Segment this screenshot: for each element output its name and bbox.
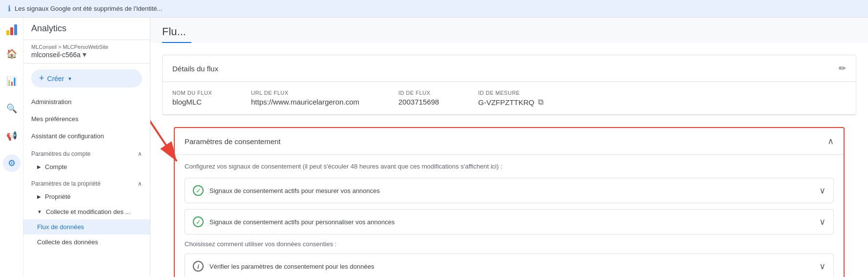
consent-item-measure-text: Signaux de consentement actifs pour mesu… xyxy=(209,187,380,194)
consent-panel: Paramètres de consentement ∧ Configurez … xyxy=(174,127,845,277)
nav-explore-icon[interactable]: 🔍 xyxy=(3,100,21,117)
account-name-dropdown[interactable]: mlconseil-c566a ▾ xyxy=(31,50,142,59)
account-breadcrumb: MLConseil > MLCPersoWebSite xyxy=(31,44,142,50)
consent-item-personalize[interactable]: ✓ Signaux de consentement actifs pour pe… xyxy=(185,209,834,234)
consent-chevron-up-icon: ∧ xyxy=(827,136,834,147)
check-circle-icon: ✓ xyxy=(193,185,204,196)
flux-nom-label: NOM DU FLUX xyxy=(172,90,212,96)
logo-bars-icon xyxy=(6,23,17,35)
sidebar-item-propriete[interactable]: ▶ Propriété xyxy=(23,189,150,204)
flux-nom-value: blogMLC xyxy=(172,98,212,106)
section-propriete-title: Paramètres de la propriété ∧ xyxy=(23,174,150,189)
flux-mesure-value-row: G-VZFPZTTKRQ ⧉ xyxy=(478,98,543,107)
page-header-row: Flu... xyxy=(150,18,868,38)
consent-item-verify[interactable]: i Vérifier les paramètres de consentemen… xyxy=(185,254,834,277)
collapse-arrow-icon: ▼ xyxy=(37,209,42,214)
nav-reports-icon[interactable]: 📊 xyxy=(3,72,21,90)
section-compte-chevron: ∧ xyxy=(138,150,142,157)
flux-info-row: NOM DU FLUX blogMLC URL DE FLUX https://… xyxy=(163,82,856,115)
plus-icon: + xyxy=(39,73,44,84)
consent-item-chevron-down-icon-2: ∨ xyxy=(819,216,826,227)
flux-details-panel: Détails du flux ✏ NOM DU FLUX blogMLC UR… xyxy=(162,55,856,115)
flux-id-value: 2003715698 xyxy=(398,98,439,106)
consent-item-left-personalize: ✓ Signaux de consentement actifs pour pe… xyxy=(193,216,394,227)
banner-text: Les signaux Google ont été supprimés de … xyxy=(15,5,162,12)
consent-choose-label: Choisissez comment utiliser vos données … xyxy=(185,240,834,248)
nav-advertising-icon[interactable]: 📢 xyxy=(3,127,21,145)
consent-panel-body: Configurez vos signaux de consentement (… xyxy=(175,155,844,277)
flux-mesure-label: ID DE MESURE xyxy=(478,90,543,96)
consent-panel-header[interactable]: Paramètres de consentement ∧ xyxy=(175,128,844,155)
main-content: Détails du flux ✏ NOM DU FLUX blogMLC UR… xyxy=(150,43,868,277)
sidebar-content: Administration Mes préférences Assistant… xyxy=(23,93,150,277)
logo-bar-red xyxy=(10,27,13,35)
info-banner-icon: ℹ xyxy=(8,4,11,13)
flux-details-title: Détails du flux xyxy=(172,64,218,73)
sidebar-item-preferences[interactable]: Mes préférences xyxy=(23,110,150,128)
sidebar-item-assistant[interactable]: Assistant de configuration xyxy=(23,128,150,145)
logo-bar-blue xyxy=(14,24,17,35)
create-dropdown-icon: ▾ xyxy=(68,75,71,82)
sidebar-item-flux-donnees[interactable]: Flux de données xyxy=(23,219,150,234)
create-button[interactable]: + Créer ▾ xyxy=(31,69,142,87)
sidebar: Analytics MLConseil > MLCPersoWebSite ml… xyxy=(23,18,150,277)
main-wrapper: Flu... Détails du flux ✏ NOM DU FLUX blo… xyxy=(150,18,868,277)
logo-bar-yellow xyxy=(6,30,9,35)
flux-details-header: Détails du flux ✏ xyxy=(163,55,856,82)
account-chevron-icon: ▾ xyxy=(83,50,86,59)
consent-item-measure[interactable]: ✓ Signaux de consentement actifs pour me… xyxy=(185,178,834,203)
consent-description: Configurez vos signaux de consentement (… xyxy=(185,163,834,170)
flux-id-label: ID DE FLUX xyxy=(398,90,439,96)
consent-item-left-verify: i Vérifier les paramètres de consentemen… xyxy=(193,261,374,272)
section-propriete-chevron: ∧ xyxy=(138,180,142,187)
flux-url-label: URL DE FLUX xyxy=(251,90,359,96)
consent-panel-title: Paramètres de consentement xyxy=(185,137,281,146)
consent-item-chevron-down-icon: ∨ xyxy=(819,185,826,196)
sidebar-item-administration[interactable]: Administration xyxy=(23,93,150,110)
analytics-title: Analytics xyxy=(31,23,66,34)
page-title: Flu... xyxy=(162,25,186,38)
sidebar-item-collecte-donnees[interactable]: Collecte des données xyxy=(23,234,150,250)
flux-url-item: URL DE FLUX https://www.mauricelargeron.… xyxy=(251,90,359,107)
analytics-logo xyxy=(6,23,17,35)
info-circle-icon: i xyxy=(193,261,204,272)
edit-icon[interactable]: ✏ xyxy=(839,63,846,74)
flux-mesure-value: G-VZFPZTTKRQ xyxy=(478,98,534,107)
flux-nom-item: NOM DU FLUX blogMLC xyxy=(172,90,212,107)
consent-item-left-measure: ✓ Signaux de consentement actifs pour me… xyxy=(193,185,380,196)
icon-navigation: 🏠 📊 🔍 📢 ⚙ xyxy=(0,18,23,277)
nav-home-icon[interactable]: 🏠 xyxy=(3,45,21,63)
flux-url-value: https://www.mauricelargeron.com xyxy=(251,98,359,106)
sidebar-item-collecte-section[interactable]: ▼ Collecte et modification des ... xyxy=(23,204,150,219)
copy-icon[interactable]: ⧉ xyxy=(538,98,543,107)
flux-id-item: ID DE FLUX 2003715698 xyxy=(398,90,439,107)
sidebar-item-compte[interactable]: ▶ Compte xyxy=(23,159,150,174)
consent-item-verify-text: Vérifier les paramètres de consentement … xyxy=(209,263,374,270)
nav-admin-icon[interactable]: ⚙ xyxy=(3,154,21,172)
consent-item-personalize-text: Signaux de consentement actifs pour pers… xyxy=(209,218,394,226)
check-circle-icon-2: ✓ xyxy=(193,216,204,227)
info-banner: ℹ Les signaux Google ont été supprimés d… xyxy=(0,0,868,18)
consent-item-verify-chevron-icon: ∨ xyxy=(819,261,826,272)
account-selector[interactable]: MLConseil > MLCPersoWebSite mlconseil-c5… xyxy=(23,40,150,64)
expand-arrow-icon: ▶ xyxy=(37,164,41,170)
expand-arrow-icon: ▶ xyxy=(37,194,41,199)
section-compte-title: Paramètres du compte ∧ xyxy=(23,145,150,159)
flux-mesure-item: ID DE MESURE G-VZFPZTTKRQ ⧉ xyxy=(478,90,543,107)
sidebar-header: Analytics xyxy=(23,18,150,40)
